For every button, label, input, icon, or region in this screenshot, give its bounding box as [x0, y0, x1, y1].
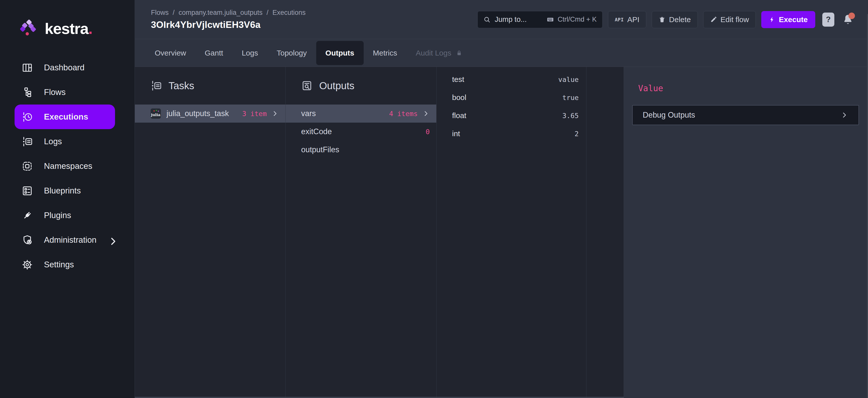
sidebar-item-plugins[interactable]: Plugins	[14, 203, 115, 227]
vars-detail-list: test value bool true float 3.65 int 2	[436, 70, 586, 143]
chevron-right-icon	[107, 236, 116, 244]
edit-flow-button[interactable]: Edit flow	[703, 11, 756, 28]
var-key: test	[452, 75, 464, 84]
blueprints-icon	[22, 185, 33, 196]
sidebar-item-label: Dashboard	[44, 63, 84, 72]
jump-to-input[interactable]	[495, 15, 542, 24]
sidebar-item-executions[interactable]: Executions	[14, 104, 115, 129]
tab-outputs[interactable]: Outputs	[316, 41, 364, 65]
output-row-exitcode[interactable]: exitCode 0	[285, 123, 436, 141]
debug-outputs-toggle[interactable]: Debug Outputs	[632, 105, 859, 125]
tab-topology[interactable]: Topology	[267, 41, 316, 65]
jump-to-search[interactable]: Ctrl/Cmd + K	[477, 11, 602, 28]
delete-button[interactable]: Delete	[652, 11, 698, 28]
gear-icon	[22, 259, 33, 270]
search-shortcut-label: Ctrl/Cmd + K	[558, 16, 596, 23]
breadcrumb-separator: /	[173, 9, 175, 17]
chevron-right-icon	[840, 111, 848, 119]
var-row-float[interactable]: float 3.65	[436, 106, 586, 125]
output-value: 4 items	[389, 110, 418, 118]
kestra-logo-icon	[21, 20, 37, 37]
sidebar-item-label: Namespaces	[44, 161, 92, 171]
edit-flow-button-label: Edit flow	[720, 15, 749, 24]
trash-icon	[658, 16, 665, 23]
sidebar-item-blueprints[interactable]: Blueprints	[14, 178, 115, 203]
sidebar-item-administration[interactable]: Administration	[14, 227, 115, 252]
sidebar-item-flows[interactable]: Flows	[14, 80, 115, 104]
page-title: 3OIrk4YbrVjlcwtiEH3V6a	[151, 20, 306, 30]
outputs-content: Tasks julia julia_outputs_task 3 item Ou…	[135, 67, 868, 398]
tasks-list: julia julia_outputs_task 3 item	[135, 104, 285, 123]
tab-gantt[interactable]: Gantt	[195, 41, 232, 65]
outputs-column: Outputs vars 4 items exitCode 0 outputFi…	[285, 67, 436, 398]
var-row-int[interactable]: int 2	[436, 125, 586, 143]
output-row-vars[interactable]: vars 4 items	[285, 104, 436, 123]
task-row-julia-outputs-task[interactable]: julia julia_outputs_task 3 item	[135, 104, 285, 123]
outputs-panel-title: Outputs	[319, 80, 354, 91]
plugins-icon	[22, 210, 33, 221]
execute-button[interactable]: Execute	[761, 11, 815, 28]
crumb-title-block: Flows / company.team.julia_outputs / Exe…	[151, 9, 306, 30]
execute-button-label: Execute	[779, 15, 808, 24]
var-key: bool	[452, 93, 466, 102]
task-name: julia_outputs_task	[166, 109, 229, 118]
notifications-bell[interactable]	[842, 13, 854, 26]
sidebar: kestra. Dashboard Flows Executions Logs …	[0, 0, 135, 398]
output-value: 0	[426, 128, 430, 136]
keyboard-icon	[546, 16, 555, 23]
search-icon	[483, 16, 491, 23]
sidebar-item-namespaces[interactable]: Namespaces	[14, 154, 115, 178]
lightning-bolt-icon	[769, 16, 775, 23]
logs-icon	[22, 136, 33, 147]
var-row-bool[interactable]: bool true	[436, 88, 586, 106]
tab-metrics[interactable]: Metrics	[364, 41, 407, 65]
tab-audit-logs[interactable]: Audit Logs	[406, 41, 472, 65]
var-row-test[interactable]: test value	[436, 70, 586, 88]
tasks-column: Tasks julia julia_outputs_task 3 item	[135, 67, 285, 398]
debug-outputs-label: Debug Outputs	[643, 111, 695, 120]
output-row-outputfiles[interactable]: outputFiles	[285, 141, 436, 159]
flows-icon	[22, 87, 33, 98]
sidebar-item-dashboard[interactable]: Dashboard	[14, 55, 115, 80]
value-panel-title: Value	[638, 84, 663, 93]
dashboard-icon	[22, 62, 33, 73]
main-area: Flows / company.team.julia_outputs / Exe…	[135, 0, 868, 398]
tasks-panel-header: Tasks	[150, 80, 194, 91]
search-shortcut: Ctrl/Cmd + K	[546, 16, 596, 23]
api-icon: API	[615, 17, 624, 22]
task-item-count: 3 item	[242, 110, 267, 118]
tasks-icon	[150, 80, 162, 91]
horizontal-scrollbar[interactable]	[135, 397, 624, 398]
sidebar-item-label: Administration	[44, 235, 96, 245]
sidebar-item-label: Settings	[44, 260, 74, 269]
sidebar-item-label: Logs	[44, 137, 62, 146]
tab-overview[interactable]: Overview	[146, 41, 195, 65]
var-value: 2	[575, 130, 579, 138]
breadcrumb-namespace-flow[interactable]: company.team.julia_outputs	[179, 9, 262, 17]
outputs-icon	[301, 80, 313, 91]
chevron-right-icon	[422, 110, 430, 117]
breadcrumb-executions[interactable]: Executions	[273, 9, 306, 17]
breadcrumb-flows[interactable]: Flows	[151, 9, 169, 17]
help-button[interactable]: ?	[822, 12, 834, 27]
namespaces-icon	[22, 160, 33, 172]
sidebar-item-logs[interactable]: Logs	[14, 129, 115, 154]
output-name: vars	[301, 109, 316, 118]
executions-icon	[22, 111, 33, 123]
chevron-right-icon	[271, 110, 279, 117]
lock-icon	[455, 49, 463, 57]
sidebar-item-label: Plugins	[44, 211, 71, 220]
api-button[interactable]: API API	[608, 11, 646, 28]
topbar-actions: Ctrl/Cmd + K API API Delete Edit flow Ex…	[477, 11, 854, 28]
var-value: true	[562, 94, 579, 101]
sidebar-item-settings[interactable]: Settings	[14, 252, 115, 277]
topbar: Flows / company.team.julia_outputs / Exe…	[135, 0, 868, 39]
var-value: value	[558, 75, 579, 84]
question-mark-icon: ?	[826, 15, 831, 24]
tab-logs[interactable]: Logs	[232, 41, 267, 65]
breadcrumb-separator: /	[267, 9, 269, 17]
tasks-panel-title: Tasks	[168, 80, 194, 91]
var-value: 3.65	[562, 112, 579, 120]
kestra-logo[interactable]: kestra.	[21, 20, 135, 37]
vertical-scrollbar[interactable]	[867, 14, 868, 398]
